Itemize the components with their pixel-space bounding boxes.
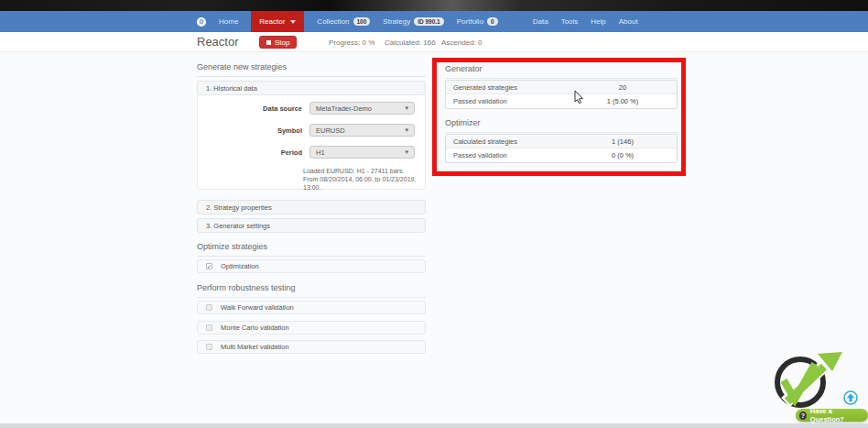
table-row: Passed validation 0 (0 %) [446, 148, 677, 162]
symbol-select[interactable]: EURUSD ▾ [309, 124, 415, 137]
nav-item-data[interactable]: Data [533, 17, 548, 26]
optimizer-results-heading: Optimizer [445, 118, 678, 133]
symbol-row: Symbol EURUSD ▾ [198, 124, 427, 137]
accordion-historical-data-label: 1. Historical data [206, 84, 257, 93]
historical-data-panel: Data source MetaTrader-Demo ▾ Symbol EUR… [197, 95, 426, 190]
strategy-id-badge: ID 990.1 [414, 17, 444, 26]
loaded-data-note: Loaded EURUSD: H1 - 27411 bars. From 08/… [303, 167, 424, 192]
nav-item-help[interactable]: Help [591, 17, 605, 26]
period-label: Period [198, 148, 309, 157]
period-value: H1 [316, 148, 325, 157]
calculated-strategies-value: 1 (146) [569, 137, 677, 146]
symbol-value: EURUSD [316, 126, 345, 135]
screen: ⚙ Home Reactor Collection 100 Strategy I… [0, 0, 868, 428]
nav-label-tools: Tools [561, 17, 579, 26]
optimizer-passed-validation-label: Passed validation [446, 151, 569, 159]
accordion-historical-data[interactable]: 1. Historical data [197, 81, 426, 95]
symbol-label: Symbol [198, 126, 309, 135]
robustness-testing-heading: Perform robustness testing [197, 283, 426, 298]
optimization-checkbox[interactable]: ✓ [206, 263, 212, 269]
gear-icon[interactable]: ⚙ [197, 17, 206, 27]
optimization-toggle-row[interactable]: ✓ Optimization [197, 259, 426, 273]
data-source-row: Data source MetaTrader-Demo ▾ [198, 102, 427, 115]
data-source-label: Data source [198, 104, 309, 113]
optimizer-results-table: Calculated strategies 1 (146) Passed val… [445, 134, 678, 163]
nav-items: ⚙ Home Reactor Collection 100 Strategy I… [197, 11, 638, 32]
nav-label-reactor: Reactor [259, 17, 285, 26]
monte-carlo-row[interactable]: Monte Carlo validation [197, 321, 426, 335]
loaded-range-line: From 08/20/2014, 06:00. to 01/23/2019, 1… [303, 175, 424, 192]
nav-label-home: Home [219, 17, 238, 26]
loaded-bars-line: Loaded EURUSD: H1 - 27411 bars. [303, 167, 424, 175]
portfolio-count-badge: 0 [487, 17, 498, 26]
walk-forward-row[interactable]: Walk Forward validation [197, 301, 426, 314]
progress-status: Progress: 0 % [329, 38, 374, 47]
optimizer-passed-validation-value: 0 (0 %) [569, 151, 677, 159]
walk-forward-label: Walk Forward validation [221, 303, 294, 312]
nav-label-strategy: Strategy [383, 17, 410, 26]
generator-passed-validation-value: 1 (5.00 %) [569, 97, 677, 105]
ascended-status: Ascended: 0 [441, 38, 482, 47]
optimization-label: Optimization [221, 262, 259, 270]
walk-forward-checkbox[interactable] [206, 304, 212, 311]
video-background-strip [0, 0, 868, 11]
have-a-question-label: Have a Question? [810, 407, 861, 423]
have-a-question-button[interactable]: ? Have a Question? [796, 409, 868, 422]
nav-item-reactor[interactable]: Reactor [251, 11, 304, 32]
nav-label-portfolio: Portfolio [457, 17, 483, 26]
question-mark-icon: ? [799, 412, 807, 420]
monte-carlo-label: Monte Carlo validation [221, 324, 289, 332]
table-row: Calculated strategies 1 (146) [446, 135, 677, 148]
caret-down-icon [290, 20, 296, 24]
nav-label-data: Data [533, 17, 548, 26]
data-source-value: MetaTrader-Demo [316, 104, 372, 113]
generated-strategies-value: 20 [569, 83, 677, 92]
nav-item-portfolio[interactable]: Portfolio 0 [457, 17, 498, 26]
bottom-gray-strip [0, 423, 868, 428]
nav-label-about: About [619, 17, 638, 26]
select-caret-icon: ▾ [405, 148, 408, 156]
select-caret-icon: ▾ [405, 126, 408, 134]
generator-passed-validation-label: Passed validation [446, 97, 569, 105]
generated-strategies-label: Generated strategies [446, 83, 569, 92]
monte-carlo-checkbox[interactable] [206, 324, 212, 331]
calculated-status: Calculated: 166 [385, 38, 436, 47]
accordion-strategy-properties-label: 2. Strategy properties [206, 203, 272, 212]
stop-button-label: Stop [275, 38, 289, 47]
accordion-strategy-properties[interactable]: 2. Strategy properties [197, 200, 426, 214]
multi-market-label: Multi Market validation [221, 343, 289, 351]
nav-item-strategy[interactable]: Strategy ID 990.1 [383, 17, 443, 26]
calculated-strategies-label: Calculated strategies [446, 137, 569, 146]
generator-results-heading: Generator [445, 64, 678, 79]
generate-strategies-heading: Generate new strategies [197, 62, 426, 77]
page-header: Reactor Stop Progress: 0 % Calculated: 1… [0, 32, 868, 52]
multi-market-checkbox[interactable] [206, 344, 212, 350]
scroll-to-top-icon[interactable] [843, 390, 858, 405]
accordion-generator-settings[interactable]: 3. Generator settings [197, 218, 426, 233]
accordion-generator-settings-label: 3. Generator settings [206, 222, 270, 230]
optimize-strategies-heading: Optimize strategies [197, 242, 426, 257]
multi-market-row[interactable]: Multi Market validation [197, 340, 426, 354]
nav-item-home[interactable]: Home [219, 17, 238, 26]
nav-label-collection: Collection [317, 17, 349, 26]
select-caret-icon: ▾ [405, 104, 408, 112]
stop-button[interactable]: Stop [259, 36, 297, 49]
table-row: Passed validation 1 (5.00 %) [446, 94, 677, 108]
nav-item-collection[interactable]: Collection 100 [317, 17, 370, 26]
data-source-select[interactable]: MetaTrader-Demo ▾ [309, 102, 415, 115]
collection-count-badge: 100 [353, 17, 371, 26]
generator-results-table: Generated strategies 20 Passed validatio… [445, 80, 678, 109]
page-title: Reactor [197, 35, 239, 49]
period-row: Period H1 ▾ [198, 146, 427, 159]
nav-item-about[interactable]: About [619, 17, 638, 26]
navbar: ⚙ Home Reactor Collection 100 Strategy I… [0, 11, 868, 32]
ea-studio-logo [767, 352, 845, 411]
nav-label-help: Help [591, 17, 605, 26]
period-select[interactable]: H1 ▾ [309, 146, 415, 159]
stop-icon [266, 40, 271, 45]
table-row: Generated strategies 20 [446, 81, 677, 94]
nav-item-tools[interactable]: Tools [561, 17, 579, 26]
